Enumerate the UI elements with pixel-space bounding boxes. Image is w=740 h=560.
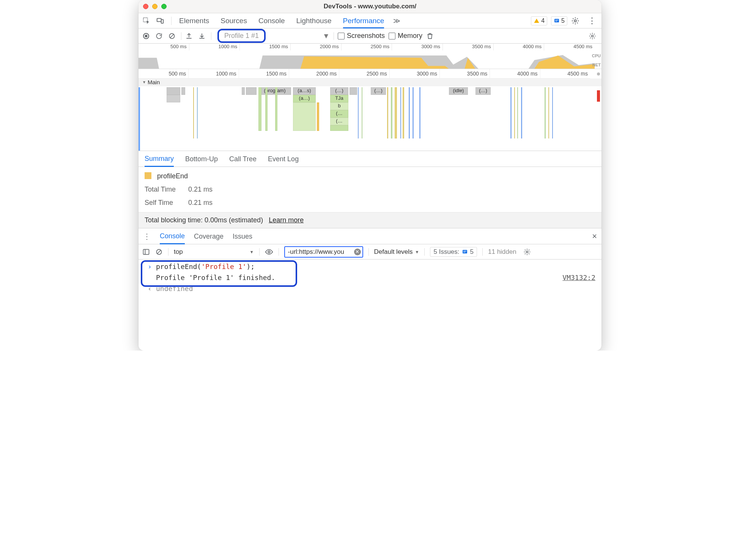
flame-scrollbar-thumb[interactable] [597, 72, 600, 76]
trash-icon[interactable] [426, 32, 435, 40]
tick: 2000 ms [291, 44, 342, 50]
reload-icon[interactable] [155, 32, 164, 40]
flame-block[interactable]: b [330, 102, 348, 110]
flame-chart[interactable]: 500 ms 1000 ms 1500 ms 2000 ms 2500 ms 3… [139, 69, 601, 151]
tick: 4500 ms [540, 69, 590, 78]
drawer-close-icon[interactable]: × [592, 231, 597, 241]
flame-block[interactable]: (idle) [449, 87, 468, 95]
flame-block[interactable]: (…) [330, 87, 348, 95]
clear-filter-icon[interactable]: ✕ [354, 249, 361, 255]
console-source-link[interactable]: VM3132:2 [562, 274, 595, 282]
tbt-row: Total blocking time: 0.00ms (estimated) … [139, 212, 601, 228]
warnings-count: 4 [541, 17, 545, 24]
svg-rect-18 [463, 251, 466, 251]
flame-block[interactable]: (a…s) [293, 87, 316, 95]
summary-self-time: Self Time 0.21 ms [145, 199, 595, 207]
flame-stack[interactable] [330, 125, 348, 131]
console-sidebar-toggle-icon[interactable] [142, 248, 150, 256]
detail-tab-event-log[interactable]: Event Log [268, 151, 299, 166]
timeline-overview[interactable]: 500 ms 1000 ms 1500 ms 2000 ms 2500 ms 3… [139, 44, 601, 69]
flame-marker [193, 87, 194, 138]
tick: 1500 ms [239, 69, 289, 78]
svg-point-11 [592, 35, 594, 37]
messages-badge[interactable]: 5 [551, 16, 567, 25]
flame-block[interactable] [350, 87, 357, 95]
flame-marker [521, 87, 522, 138]
flame-block[interactable]: (…) [475, 87, 491, 95]
flame-marker [419, 87, 420, 138]
flame-block[interactable]: (… [330, 118, 348, 125]
console-filter-input[interactable]: -url:https://www.you ✕ [284, 246, 363, 258]
console-input-tail: ); [246, 263, 255, 271]
caret-down-icon: ▼ [415, 250, 419, 254]
event-color-swatch [145, 172, 151, 179]
main-thread-header[interactable]: Main [139, 79, 601, 86]
return-caret-icon: ‹ [148, 285, 152, 293]
drawer-more-icon[interactable]: ⋮ [143, 232, 151, 241]
drawer-tab-coverage[interactable]: Coverage [194, 229, 224, 244]
console-clear-icon[interactable] [155, 248, 163, 256]
memory-checkbox[interactable]: Memory [389, 32, 422, 40]
flame-block[interactable]: (… [330, 110, 348, 118]
separator [334, 32, 334, 40]
upload-icon[interactable] [185, 32, 194, 40]
flame-stack[interactable] [293, 102, 316, 131]
settings-gear-icon[interactable] [571, 17, 583, 25]
flame-marker [265, 87, 268, 131]
flame-block[interactable] [242, 87, 245, 95]
clear-icon[interactable] [168, 32, 177, 40]
record-icon[interactable] [142, 32, 151, 40]
issues-pill[interactable]: 5 Issues: 5 [430, 247, 477, 257]
kebab-menu-icon[interactable]: ⋮ [586, 16, 598, 26]
drawer-tab-console[interactable]: Console [160, 228, 185, 244]
console-settings-gear-icon[interactable] [523, 248, 531, 256]
flame-marker [510, 87, 512, 138]
log-level-selector[interactable]: Default levels ▼ [374, 248, 419, 256]
tab-elements[interactable]: Elements [179, 14, 209, 28]
download-icon[interactable] [198, 32, 207, 40]
svg-point-8 [145, 35, 148, 37]
tick: 3500 ms [440, 69, 490, 78]
tick: 2500 ms [342, 44, 392, 50]
flame-block[interactable]: (…) [371, 87, 386, 95]
capture-settings-gear-icon[interactable] [589, 32, 598, 40]
flame-body: (program) (a…s) (…) (…) (idle) (…) [139, 87, 595, 151]
profile-selector[interactable]: Profile 1 #1 [217, 29, 266, 43]
device-toolbar-icon[interactable] [156, 17, 167, 25]
tab-sources[interactable]: Sources [220, 14, 247, 28]
tab-console[interactable]: Console [258, 14, 285, 28]
svg-rect-12 [143, 249, 149, 254]
flame-block[interactable] [246, 87, 257, 95]
flame-marker [548, 87, 549, 138]
flame-block[interactable]: TJa [330, 95, 348, 102]
screenshots-checkbox[interactable]: Screenshots [338, 32, 385, 40]
flame-block[interactable] [181, 87, 185, 95]
tab-lighthouse[interactable]: Lighthouse [296, 14, 332, 28]
detail-tab-bottom-up[interactable]: Bottom-Up [185, 151, 218, 166]
live-expression-eye-icon[interactable] [265, 248, 273, 256]
detail-tab-summary[interactable]: Summary [145, 151, 174, 167]
flame-block[interactable] [167, 87, 180, 95]
tab-performance[interactable]: Performance [343, 14, 384, 28]
separator [279, 248, 279, 256]
warnings-badge[interactable]: 4 [531, 16, 547, 25]
tick: 500 ms [139, 69, 189, 78]
svg-point-6 [574, 20, 576, 22]
console-body[interactable]: › profileEnd('Profile 1'); › Profile 'Pr… [139, 260, 601, 296]
flame-block[interactable]: (a…) [293, 95, 316, 102]
flame-marker [362, 87, 362, 138]
tbt-learn-more-link[interactable]: Learn more [269, 216, 304, 224]
separator [171, 17, 172, 25]
main-tabs: Elements Sources Console Lighthouse Perf… [179, 14, 384, 28]
flame-block[interactable] [167, 95, 180, 102]
drawer-tab-issues[interactable]: Issues [233, 229, 252, 244]
profile-dropdown-caret-icon[interactable]: ▼ [323, 32, 330, 40]
console-context-selector[interactable]: top ▼ [174, 248, 254, 256]
inspect-element-icon[interactable] [142, 17, 154, 25]
flame-marker [258, 87, 261, 131]
flame-block[interactable]: (program) [258, 87, 291, 95]
tbt-text: Total blocking time: 0.00ms (estimated) [145, 216, 263, 224]
more-tabs-chevron-icon[interactable]: ≫ [391, 17, 402, 25]
svg-point-20 [526, 251, 528, 253]
detail-tab-call-tree[interactable]: Call Tree [229, 151, 257, 166]
